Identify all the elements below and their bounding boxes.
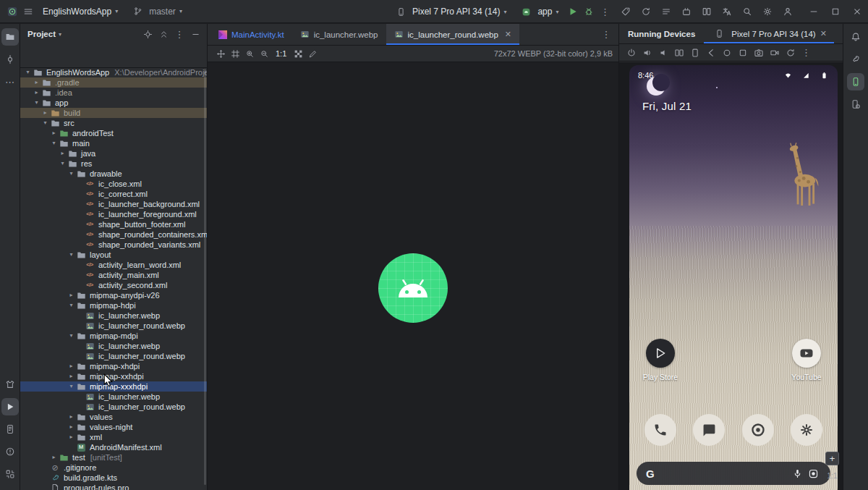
project-panel-title[interactable]: Project ▾ bbox=[27, 30, 61, 38]
chevron-down-icon[interactable]: ▾ bbox=[59, 159, 67, 169]
tree-item-drawable[interactable]: ▾drawable bbox=[20, 169, 207, 179]
tree-item-ic-launcher-webp[interactable]: ic_launcher.webp bbox=[20, 341, 207, 351]
tree-item-shape-rounded-variants-xml[interactable]: </>shape_rounded_variants.xml bbox=[20, 240, 207, 250]
project-tree-scrollbar[interactable] bbox=[204, 69, 206, 485]
more-options-icon[interactable]: ⋮ bbox=[172, 27, 187, 41]
running-devices-tool-button[interactable] bbox=[847, 73, 864, 90]
dock-chrome-dock-icon[interactable] bbox=[742, 414, 774, 446]
more-options-icon[interactable]: ⋮ bbox=[598, 27, 614, 43]
tree-item-mipmap-xhdpi[interactable]: ▸mipmap-xhdpi bbox=[20, 361, 207, 371]
close-icon[interactable]: ✕ bbox=[820, 29, 827, 38]
device-manager-tool-button[interactable] bbox=[847, 96, 864, 113]
minimize-icon[interactable] bbox=[803, 0, 825, 23]
maximize-icon[interactable] bbox=[825, 0, 846, 23]
chevron-right-icon[interactable]: ▸ bbox=[67, 432, 75, 442]
fold-icon[interactable] bbox=[671, 46, 686, 60]
tree-item-proguard-rules-pro[interactable]: proguard-rules.pro bbox=[20, 483, 207, 490]
lens-icon[interactable] bbox=[805, 465, 821, 481]
chevron-down-icon[interactable]: ▾ bbox=[67, 381, 75, 392]
zoom-out-icon[interactable] bbox=[257, 46, 271, 61]
tree-item-values[interactable]: ▸values bbox=[20, 412, 207, 422]
run-config-selector[interactable]: app ▾ bbox=[513, 3, 563, 20]
chevron-right-icon[interactable]: ▸ bbox=[33, 88, 41, 98]
editor-tab-ic-launcher-webp[interactable]: ic_launcher.webp bbox=[292, 24, 386, 45]
tree-item-gitignore[interactable]: ⊘.gitignore bbox=[20, 462, 207, 473]
dock-settings-dock-icon[interactable] bbox=[791, 414, 822, 446]
tree-item-test[interactable]: ▸test[unitTest] bbox=[20, 452, 207, 462]
tree-item-activity-second-xml[interactable]: </>activity_second.xml bbox=[20, 280, 207, 290]
tree-item-layout[interactable]: ▾layout bbox=[20, 250, 207, 260]
tree-item-main[interactable]: ▾main bbox=[20, 138, 207, 148]
branch-selector[interactable]: master ▾ bbox=[124, 3, 187, 20]
services-tool-button[interactable] bbox=[1, 465, 19, 483]
user-icon[interactable] bbox=[780, 4, 796, 20]
app-shortcut-play-store[interactable]: Play Store bbox=[637, 339, 684, 381]
tree-item-ic-launcher-background-xml[interactable]: </>ic_launcher_background.xml bbox=[20, 199, 207, 209]
chevron-down-icon[interactable]: ▾ bbox=[67, 169, 75, 179]
chevron-right-icon[interactable]: ▸ bbox=[67, 412, 75, 422]
chevron-down-icon[interactable]: ▾ bbox=[50, 138, 58, 148]
chevron-down-icon[interactable]: ▾ bbox=[33, 98, 41, 108]
chevron-down-icon[interactable]: ▾ bbox=[41, 118, 49, 128]
gradle-tool-button[interactable] bbox=[847, 51, 864, 68]
list-icon[interactable] bbox=[658, 4, 674, 20]
tree-item-app[interactable]: ▾app bbox=[20, 98, 207, 108]
edit-icon[interactable] bbox=[305, 46, 320, 61]
tree-item-activity-main-xml[interactable]: </>activity_main.xml bbox=[20, 270, 207, 280]
tree-item-ic-launcher-webp[interactable]: ic_launcher.webp bbox=[20, 311, 207, 321]
chevron-right-icon[interactable]: ▸ bbox=[33, 77, 41, 88]
tree-item-ic-launcher-webp[interactable]: ic_launcher.webp bbox=[20, 392, 207, 402]
chevron-right-icon[interactable]: ▸ bbox=[50, 452, 58, 462]
collapse-all-icon[interactable] bbox=[156, 27, 171, 41]
run-icon[interactable] bbox=[565, 4, 581, 20]
tree-item-englishwordsapp[interactable]: ▾EnglishWordsAppX:\Developer\AndroidProj… bbox=[20, 67, 207, 77]
power-icon[interactable] bbox=[624, 46, 639, 60]
debug-icon[interactable] bbox=[581, 4, 597, 20]
device-selector[interactable]: Pixel 7 Pro API 34 (14) ▾ bbox=[388, 3, 511, 20]
tree-item-idea[interactable]: ▸.idea bbox=[20, 88, 207, 98]
tree-item-ic-launcher-round-webp[interactable]: ic_launcher_round.webp bbox=[20, 402, 207, 412]
chevron-right-icon[interactable]: ▸ bbox=[67, 371, 75, 381]
tree-item-ic-correct-xml[interactable]: </>ic_correct.xml bbox=[20, 189, 207, 199]
diff-icon[interactable] bbox=[699, 4, 715, 20]
run-tool-tool-button[interactable] bbox=[1, 398, 19, 415]
tree-item-mipmap-anydpi-v26[interactable]: ▸mipmap-anydpi-v26 bbox=[20, 290, 207, 300]
tree-item-ic-launcher-round-webp[interactable]: ic_launcher_round.webp bbox=[20, 321, 207, 331]
rotate-icon[interactable] bbox=[783, 46, 798, 60]
more-options-icon[interactable]: ⋮ bbox=[799, 46, 814, 60]
tree-item-ic-launcher-round-webp[interactable]: ic_launcher_round.webp bbox=[20, 351, 207, 361]
plugins-icon[interactable] bbox=[678, 4, 694, 20]
chevron-down-icon[interactable]: ▾ bbox=[67, 250, 75, 260]
tree-item-src[interactable]: ▾src bbox=[20, 118, 207, 128]
chevron-right-icon[interactable]: ▸ bbox=[59, 148, 67, 159]
chevron-right-icon[interactable]: ▸ bbox=[67, 290, 75, 300]
tree-item-build[interactable]: ▸build bbox=[20, 108, 207, 118]
zoom-in-icon[interactable] bbox=[242, 46, 257, 61]
hide-panel-icon[interactable] bbox=[188, 27, 203, 41]
more-tools-tool-button[interactable]: ⋯ bbox=[1, 73, 19, 90]
resource-manager-tool-button[interactable] bbox=[1, 376, 19, 393]
tree-item-values-night[interactable]: ▸values-night bbox=[20, 422, 207, 432]
pan-icon[interactable] bbox=[213, 46, 228, 61]
dock-messages-dock-icon[interactable] bbox=[693, 414, 725, 446]
tree-item-xml[interactable]: ▸xml bbox=[20, 432, 207, 442]
volume-down-icon[interactable] bbox=[655, 46, 671, 60]
chevron-down-icon[interactable]: ▾ bbox=[67, 300, 75, 311]
tree-item-mipmap-xxxhdpi[interactable]: ▾mipmap-xxxhdpi bbox=[20, 381, 207, 392]
translate-icon[interactable] bbox=[719, 4, 735, 20]
project-tool-button[interactable] bbox=[1, 28, 19, 46]
tree-item-ic-launcher-foreground-xml[interactable]: </>ic_launcher_foreground.xml bbox=[20, 209, 207, 219]
overview-icon[interactable] bbox=[735, 46, 750, 60]
tree-item-mipmap-mdpi[interactable]: ▾mipmap-mdpi bbox=[20, 331, 207, 341]
mic-icon[interactable] bbox=[789, 465, 805, 481]
zoom-in-button[interactable]: + bbox=[825, 452, 839, 465]
tree-item-shape-button-footer-xml[interactable]: </>shape_button_footer.xml bbox=[20, 219, 207, 229]
chevron-right-icon[interactable]: ▸ bbox=[41, 108, 49, 118]
chevron-down-icon[interactable]: ▾ bbox=[67, 331, 75, 341]
problems-tool-button[interactable] bbox=[1, 443, 19, 460]
close-icon[interactable]: ✕ bbox=[505, 30, 511, 39]
tree-item-mipmap-hdpi[interactable]: ▾mipmap-hdpi bbox=[20, 300, 207, 311]
home-icon[interactable] bbox=[719, 46, 734, 60]
chevron-right-icon[interactable]: ▸ bbox=[67, 361, 75, 371]
dock-phone-dock-icon[interactable] bbox=[644, 414, 676, 446]
